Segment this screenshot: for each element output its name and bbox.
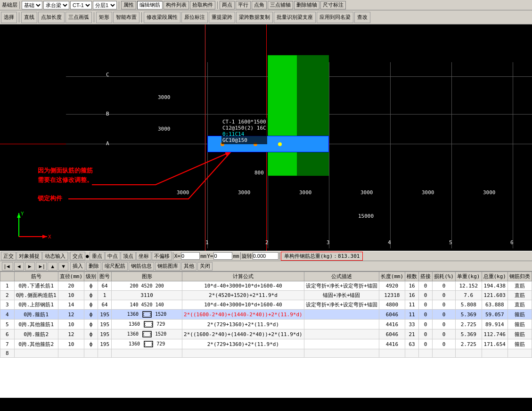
component-list-btn[interactable]: 构件列表 [164,1,189,9]
row-number: 6 [0,329,15,339]
rect-btn[interactable]: 矩形 [96,12,112,23]
row-diameter: 10 [58,339,84,349]
rebar-info-btn[interactable]: 钢筋信息 [129,262,154,271]
col-4-label: 4 [388,239,391,246]
row-name: 0跨.下通长筋1 [14,281,58,291]
insert-btn[interactable]: 插入 [70,262,85,271]
check-btn[interactable]: 查改 [354,12,370,23]
dynamic-btn[interactable]: 动态输入 [42,252,68,260]
statusbar: 正交 对象捕捉 动态输入 交点 ● 垂点 中点 顶点 坐标 不偏移 X= mm … [0,251,532,261]
rebar-lib-btn[interactable]: 钢筋图库 [155,262,180,271]
batch-identify-btn[interactable]: 批量识别梁支座 [274,12,316,23]
row-formula: 2*((1600-2*40)+(1440-2*40))+2*(11.9*d) [182,329,304,339]
grid-v-1 [207,62,208,248]
three-aux-btn[interactable]: 三点辅轴 [268,1,293,9]
beam-dark-green [297,55,329,176]
col-3-label: 3 [327,239,330,246]
row-name: 0跨.其他箍筋1 [14,320,58,329]
nav-up[interactable]: ▲ [48,262,57,271]
delete-aux-btn[interactable]: 删除辅轴 [294,1,319,9]
nav-down[interactable]: ▼ [58,262,68,271]
table-row[interactable]: 20跨.侧面构造筋110ф131102*(4520+1520)+2*11.9*d… [0,291,532,300]
row-shape: 1360 729 [112,339,182,349]
th-id [0,272,15,281]
layer-select[interactable]: 分层1 [93,1,117,9]
nav-prev[interactable]: ◄ [14,262,24,271]
edit-rebar-btn[interactable]: 编辑钢筋 [137,1,163,9]
row-grade: ф [84,300,98,310]
row-total-wt: 171.654 [482,339,508,349]
table-row[interactable]: 30跨.上部钢筋114ф64140 4520 14010*d-40+3000+1… [0,300,532,310]
row-total-wt [482,349,508,358]
snap-btn[interactable]: 对象捕捉 [16,252,42,260]
row-grade: ф [84,320,98,329]
sep-t2-2 [94,12,94,23]
table-row[interactable]: 40跨.箍筋112ф1951360 15202*((1600-2*40)+(14… [0,310,532,320]
sep-s1 [69,252,69,260]
select-btn[interactable]: 选择 [1,12,17,23]
line-btn[interactable]: 直线 [21,12,37,23]
re-span-btn[interactable]: 重提梁跨 [209,12,235,23]
nav-first[interactable]: |◄ [2,262,13,271]
row-number: 7 [0,339,15,349]
annotation-text: 因为侧面纵筋的箍筋 需要在这修改调整。 [38,166,93,184]
row-grade: ф [84,329,98,339]
foundation-select[interactable]: 基础 [22,1,42,9]
row-desc: 设定弯折+净长+设定弯折+锚固 [304,300,379,310]
table-row[interactable]: 8 [0,349,532,358]
midpoint-btn[interactable]: 中点 [105,252,120,260]
row-fig-no: 195 [98,329,112,339]
row-formula: 2*((1600-2*40)+(1440-2*40))+2*(11.9*d) [182,310,304,320]
x-input[interactable] [181,252,200,260]
three-arc-btn[interactable]: 三点画弧 [65,12,92,23]
apply-same-btn[interactable]: 应用到同名梁 [317,12,353,23]
row-loss [433,349,456,358]
delete-btn[interactable]: 删除 [86,262,101,271]
table-row[interactable]: 60跨.箍筋212ф1951360 15202*((1600-2*40)+(14… [0,329,532,339]
extract-component-btn[interactable]: 拾取构件 [190,1,215,9]
smart-layout-btn[interactable]: 智能布置 [113,12,139,23]
table-row[interactable]: 70跨.其他箍筋210ф1951360 7292*(729+1360)+2*(1… [0,339,532,349]
row-number: 4 [0,310,15,320]
intersect-btn[interactable]: 交点 [70,252,85,260]
row-a-label: A [106,140,109,147]
beam-type-select[interactable]: 承台梁 [43,1,69,9]
point-density-btn[interactable]: 点加长度 [38,12,65,23]
origin-mark-btn[interactable]: 原位标注 [181,12,208,23]
other-btn[interactable]: 其他 [181,262,196,271]
nav-next[interactable]: ► [25,262,35,271]
nav-last[interactable]: ►| [36,262,47,271]
row-name [14,349,58,358]
th-name: 筋号 [14,272,58,281]
svg-marker-3 [17,213,21,218]
row-shape: 3110 [112,291,182,300]
rotate-input[interactable] [253,252,278,260]
close-btn[interactable]: 关闭 [197,262,213,271]
modify-span-btn[interactable]: 修改梁段属性 [144,12,180,23]
span-copy-btn[interactable]: 梁跨数据复制 [236,12,273,23]
span-dim-4: 3000 [360,189,373,196]
row-unit-wt: 2.725 [456,339,482,349]
no-move-btn[interactable]: 不偏移 [152,252,172,260]
apex-btn[interactable]: 顶点 [121,252,136,260]
parallel-btn[interactable]: 平行 [236,1,251,9]
two-points-btn[interactable]: 两点 [220,1,235,9]
coord-btn[interactable]: 坐标 [136,252,151,260]
y-input[interactable] [213,252,232,260]
span-dim-5: 3000 [422,189,434,196]
table-row[interactable]: 10跨.下通长筋120ф64200 4520 20010*d-40+3000+1… [0,281,532,291]
properties-btn[interactable]: 属性 [121,1,136,9]
dimension-btn[interactable]: 尺寸标注 [320,1,346,9]
row-unit-wt: 7.6 [456,291,482,300]
point-angle-btn[interactable]: 点角 [252,1,267,9]
row-name: 0跨.其他箍筋2 [14,339,58,349]
beam-rebar1: C12@150(2) 16C [222,125,266,131]
perp-btn[interactable]: 垂点 [90,252,105,260]
table-row[interactable]: 50跨.其他箍筋110ф1951360 7292*(729+1360)+2*(1… [0,320,532,329]
row-c-label: C [106,72,109,78]
zoom-rebar-btn[interactable]: 缩尺配筋 [102,262,128,271]
table-body: 10跨.下通长筋120ф64200 4520 20010*d-40+3000+1… [0,281,532,358]
beam-id-select[interactable]: CT-1 [70,1,92,9]
ortho-btn[interactable]: 正交 [1,252,16,260]
row-unit-wt: 5.808 [456,300,482,310]
